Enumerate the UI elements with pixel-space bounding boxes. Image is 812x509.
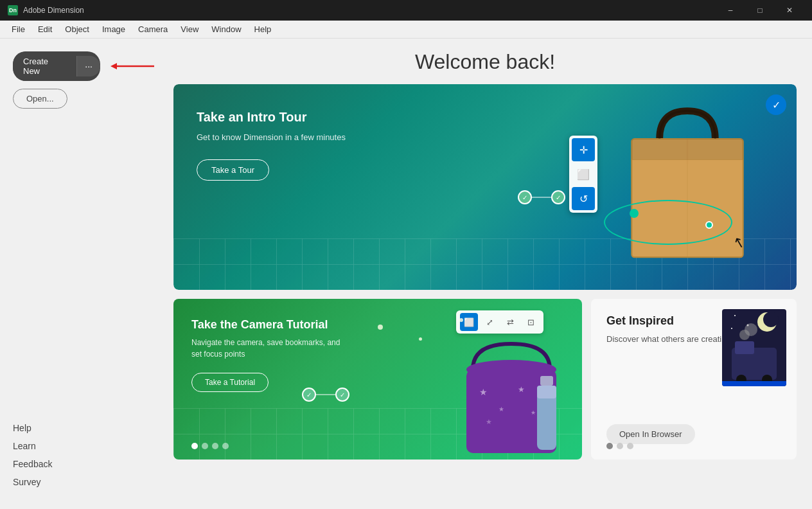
main-content: Create New ··· Open... Help Learn Feedba…: [0, 39, 812, 509]
camera-card-content: Take the Camera Tutorial Navigate the ca…: [191, 318, 564, 392]
intro-card-row: Take an Intro Tour Get to know Dimension…: [173, 84, 797, 290]
svg-point-19: [734, 315, 736, 316]
menu-image[interactable]: Image: [96, 22, 132, 37]
title-bar: Dn Adobe Dimension – □ ✕: [0, 0, 812, 21]
svg-point-21: [731, 328, 732, 329]
rotate-tool-button[interactable]: ↺: [572, 187, 595, 210]
camera-page-dot-3[interactable]: [212, 443, 218, 449]
wf-dot-1: ✓: [518, 190, 532, 204]
intro-card-title: Take an Intro Tour: [197, 110, 346, 125]
get-inspired-card: Get Inspired Bē Discover what others are…: [591, 299, 797, 460]
camera-tutorial-card: ⬜ ⤢ ⇄ ⊡ Take the Camera Tutorial Navigat…: [173, 299, 582, 460]
svg-rect-28: [722, 381, 786, 386]
camera-page-dot-1[interactable]: [191, 443, 198, 449]
take-tutorial-button[interactable]: Take a Tutorial: [191, 373, 269, 392]
menu-bar: File Edit Object Image Camera View Windo…: [0, 21, 812, 39]
behance-artwork-svg: [722, 309, 786, 386]
sidebar-top: Create New ··· Open...: [13, 51, 161, 109]
wf-dot-2: ✓: [551, 190, 565, 204]
camera-page-dot-4[interactable]: [222, 443, 229, 449]
cards-row-2: ⬜ ⤢ ⇄ ⊡ Take the Camera Tutorial Navigat…: [173, 299, 797, 460]
sidebar-link-learn[interactable]: Learn: [13, 438, 161, 454]
sidebar-link-help[interactable]: Help: [13, 420, 161, 436]
intro-card-description: Get to know Dimension in a few minutes: [197, 131, 346, 144]
menu-edit[interactable]: Edit: [31, 22, 58, 37]
inspired-page-dot-2[interactable]: [617, 443, 623, 449]
welcome-header: Welcome back!: [173, 39, 797, 84]
wf-line-1: [532, 197, 551, 198]
title-bar-left: Dn Adobe Dimension: [8, 5, 84, 15]
menu-help[interactable]: Help: [248, 22, 278, 37]
workflow-dots: ✓ ✓: [518, 190, 565, 204]
tool-palette: ✛ ⬜ ↺: [569, 136, 597, 213]
open-button[interactable]: Open...: [13, 89, 67, 109]
orbit-dot-2: [705, 221, 713, 229]
menu-view[interactable]: View: [174, 22, 205, 37]
svg-marker-1: [110, 63, 117, 69]
orbit-ellipse: [604, 200, 732, 245]
menu-file[interactable]: File: [5, 22, 31, 37]
svg-text:★: ★: [499, 406, 504, 413]
minimize-button[interactable]: –: [716, 0, 745, 21]
svg-text:★: ★: [486, 418, 492, 425]
app-icon: Dn: [8, 5, 18, 15]
inspired-pagination: [606, 443, 633, 449]
create-new-more[interactable]: ···: [76, 56, 100, 76]
intro-tour-card: Take an Intro Tour Get to know Dimension…: [173, 84, 797, 290]
title-bar-controls[interactable]: – □ ✕: [716, 0, 804, 21]
orbit-dot-1: [630, 209, 639, 218]
svg-point-27: [745, 323, 757, 336]
camera-card-description: Navigate the camera, save bookmarks, and…: [191, 337, 352, 360]
menu-object[interactable]: Object: [58, 22, 96, 37]
camera-card-title: Take the Camera Tutorial: [191, 318, 564, 332]
open-in-browser-button[interactable]: Open In Browser: [606, 424, 695, 444]
sidebar: Create New ··· Open... Help Learn Feedba…: [0, 39, 173, 509]
inspired-page-dot-3[interactable]: [627, 443, 633, 449]
camera-pagination: [191, 443, 229, 449]
create-new-label: Create New: [13, 51, 76, 81]
title-bar-title: Adobe Dimension: [23, 6, 84, 15]
move-tool-button[interactable]: ✛: [572, 138, 595, 161]
select-tool-button[interactable]: ⬜: [572, 163, 595, 186]
inspired-image: [722, 309, 786, 386]
camera-page-dot-2[interactable]: [202, 443, 208, 449]
take-a-tour-button[interactable]: Take a Tour: [197, 159, 269, 181]
intro-card-content: Take an Intro Tour Get to know Dimension…: [197, 110, 346, 181]
create-new-button[interactable]: Create New ···: [13, 51, 100, 81]
sidebar-link-survey[interactable]: Survey: [13, 474, 161, 490]
maximize-button[interactable]: □: [745, 0, 775, 21]
red-arrow-icon: [103, 60, 161, 73]
arrow-indicator: [103, 60, 161, 73]
menu-window[interactable]: Window: [205, 22, 247, 37]
inspired-title: Get Inspired: [606, 314, 674, 328]
sidebar-link-feedback[interactable]: Feedback: [13, 456, 161, 472]
create-new-row: Create New ···: [13, 51, 161, 81]
inspired-page-dot-1[interactable]: [606, 443, 613, 449]
menu-camera[interactable]: Camera: [132, 22, 174, 37]
svg-point-18: [763, 312, 779, 327]
close-button[interactable]: ✕: [775, 0, 804, 21]
sidebar-bottom-links: Help Learn Feedback Survey: [13, 420, 161, 496]
content-area: Welcome back! Take an Intro Tour Get to …: [173, 39, 812, 509]
svg-rect-5: [631, 139, 743, 160]
card-checkmark-icon: ✓: [766, 94, 786, 115]
svg-rect-23: [735, 341, 754, 354]
cam-wf-line: [316, 394, 335, 395]
